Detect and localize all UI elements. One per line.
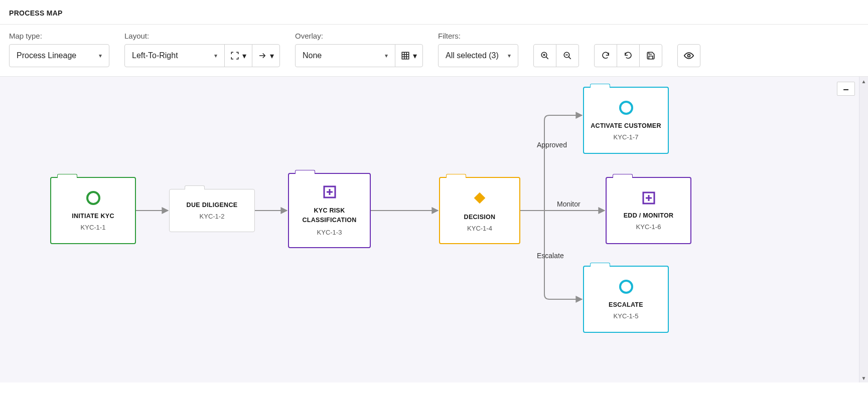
node-tab: [295, 170, 315, 174]
chevron-down-icon: ▾: [270, 51, 274, 61]
filters-value: All selected (3): [446, 51, 499, 60]
spacer-label: [594, 32, 662, 40]
scroll-up-icon[interactable]: ▲: [859, 77, 868, 86]
visibility-button[interactable]: [677, 44, 700, 67]
node-subtitle: KYC-1-2: [200, 213, 225, 220]
zoom-in-icon: [540, 51, 549, 60]
node-title: DECISION: [464, 214, 496, 221]
layout-value: Left-To-Right: [132, 51, 178, 60]
node-activate-customer[interactable]: ACTIVATE CUSTOMER KYC-1-7: [583, 87, 669, 154]
spacer-label: [533, 32, 579, 40]
node-initiate-kyc[interactable]: INITIATE KYC KYC-1-1: [50, 177, 136, 244]
node-title: EDD / MONITOR: [624, 212, 674, 219]
layout-group: Layout: Left-To-Right ▾ ▾ ▾: [124, 32, 280, 67]
gateway-icon: [471, 189, 488, 209]
chevron-down-icon: ▾: [385, 52, 388, 59]
node-subtitle: KYC-1-1: [81, 224, 106, 231]
node-subtitle: KYC-1-4: [467, 225, 492, 232]
layout-label: Layout:: [124, 32, 280, 40]
filters-group: Filters: All selected (3) ▾: [438, 32, 518, 67]
redo-button[interactable]: [594, 44, 617, 67]
overlay-label: Overlay:: [295, 32, 423, 40]
eye-icon: [684, 51, 694, 61]
undo-icon: [624, 51, 633, 60]
zoom-in-button[interactable]: [533, 44, 556, 67]
toolbar: Map type: Process Lineage ▾ Layout: Left…: [0, 25, 868, 77]
svg-line-11: [569, 57, 571, 59]
node-subtitle: KYC-1-6: [636, 223, 661, 231]
subprocess-icon: [642, 191, 656, 207]
node-tab: [590, 84, 610, 88]
node-tab: [446, 174, 466, 178]
chevron-down-icon: ▾: [413, 51, 417, 61]
vertical-scrollbar[interactable]: ▲ ▼: [859, 77, 868, 382]
svg-point-18: [87, 192, 99, 204]
page-title: PROCESS MAP: [9, 9, 63, 17]
map-type-select[interactable]: Process Lineage ▾: [9, 44, 109, 67]
visibility-group: [677, 32, 700, 67]
chevron-down-icon: ▾: [99, 52, 102, 59]
edge-label-approved: Approved: [537, 141, 567, 149]
svg-point-23: [620, 102, 632, 114]
subprocess-icon: [323, 185, 337, 201]
map-type-group: Map type: Process Lineage ▾: [9, 32, 109, 67]
node-title: ESCALATE: [609, 301, 643, 308]
overlay-group: Overlay: None ▾ ▾: [295, 32, 423, 67]
map-type-value: Process Lineage: [17, 51, 76, 60]
node-subtitle: KYC-1-5: [614, 312, 639, 320]
undo-button[interactable]: [617, 44, 640, 67]
history-group: [594, 32, 662, 67]
zoom-out-icon: [563, 51, 572, 60]
overlay-select[interactable]: None ▾: [295, 44, 395, 67]
direction-button[interactable]: ▾: [252, 44, 280, 67]
overlay-value: None: [303, 51, 322, 60]
chevron-down-icon: ▾: [508, 52, 511, 59]
chevron-down-icon: ▾: [214, 52, 217, 59]
zoom-out-button[interactable]: [556, 44, 579, 67]
node-tab: [590, 263, 610, 267]
node-title: DUE DILIGENCE: [187, 202, 238, 209]
node-title: ACTIVATE CUSTOMER: [591, 122, 661, 129]
collapse-button[interactable]: –: [837, 82, 855, 96]
svg-point-27: [620, 281, 632, 293]
node-title: INITIATE KYC: [72, 213, 114, 220]
svg-point-13: [688, 55, 690, 57]
chevron-down-icon: ▾: [242, 51, 246, 61]
fit-to-screen-icon: [230, 51, 239, 60]
node-subtitle: KYC-1-7: [614, 133, 639, 141]
save-icon: [646, 51, 655, 60]
node-tab: [57, 174, 77, 178]
node-escalate[interactable]: ESCALATE KYC-1-5: [583, 266, 669, 333]
start-event-icon: [86, 190, 101, 208]
fit-button[interactable]: ▾: [224, 44, 252, 67]
spacer-label: [677, 32, 700, 40]
grid-icon: [401, 51, 410, 60]
svg-line-7: [546, 57, 548, 59]
filters-label: Filters:: [438, 32, 518, 40]
scroll-down-icon[interactable]: ▼: [859, 373, 868, 382]
edge-label-escalate: Escalate: [537, 252, 564, 260]
zoom-group: [533, 32, 579, 67]
node-decision[interactable]: DECISION KYC-1-4: [439, 177, 520, 244]
save-button[interactable]: [639, 44, 662, 67]
arrow-right-icon: [258, 51, 267, 60]
node-tab: [185, 185, 205, 189]
layout-select[interactable]: Left-To-Right ▾: [124, 44, 225, 67]
node-due-diligence[interactable]: DUE DILIGENCE KYC-1-2: [169, 189, 255, 232]
redo-icon: [601, 51, 610, 60]
filters-select[interactable]: All selected (3) ▾: [438, 44, 518, 67]
node-subtitle: KYC-1-3: [317, 229, 342, 236]
end-event-icon: [619, 100, 634, 117]
svg-rect-1: [402, 52, 409, 59]
svg-rect-22: [474, 192, 486, 204]
edge-label-monitor: Monitor: [557, 200, 581, 208]
node-kyc-risk-classification[interactable]: KYC RISK CLASSIFICATION KYC-1-3: [288, 173, 371, 248]
node-edd-monitor[interactable]: EDD / MONITOR KYC-1-6: [606, 177, 691, 244]
overlay-grid-button[interactable]: ▾: [395, 44, 423, 67]
map-type-label: Map type:: [9, 32, 109, 40]
panel-header: PROCESS MAP: [0, 0, 868, 25]
diagram-canvas-wrap: Approved Monitor Escalate INITIATE KYC K…: [0, 77, 868, 382]
diagram-canvas[interactable]: Approved Monitor Escalate INITIATE KYC K…: [0, 77, 868, 382]
node-title: KYC RISK CLASSIFICATION: [293, 206, 366, 225]
node-tab: [613, 174, 633, 178]
